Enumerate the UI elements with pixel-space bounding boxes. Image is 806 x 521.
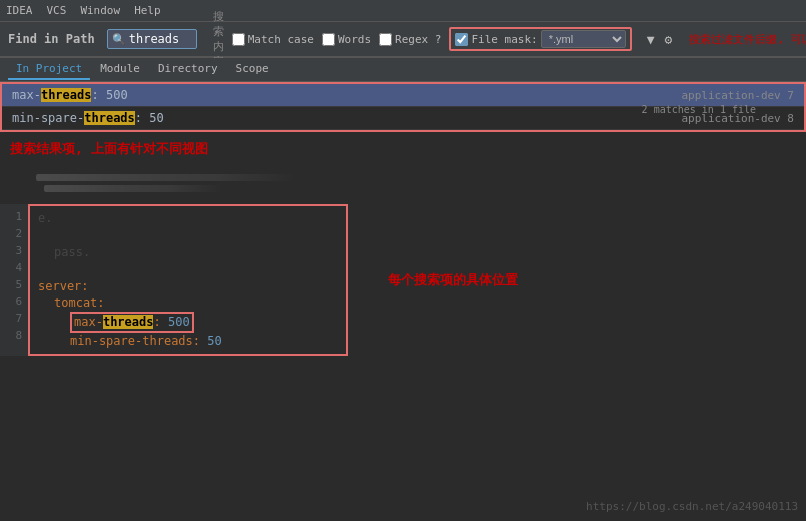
result-highlight-2: threads [84,111,135,125]
tab-scope[interactable]: Scope [228,59,277,80]
line-num-6: 6 [6,293,22,310]
results-annotation: 搜索结果项, 上面有针对不同视图 [10,141,208,156]
result-file-1: application-dev 7 [681,89,794,102]
regex-label: Regex ? [395,33,441,46]
result-suffix-2: : 50 [135,111,164,125]
line-num-8: 8 [6,327,22,344]
line-num-2: 2 [6,225,22,242]
code-preview-area: 1 2 3 4 5 6 7 8 e. [0,204,806,356]
code-line-4 [38,261,338,278]
file-mask-checkbox[interactable] [455,33,468,46]
result-left-2: min-spare-threads: 50 [12,111,164,125]
tabs-row: In Project Module Directory Scope [0,58,806,82]
line-num-1: 1 [6,208,22,225]
menu-idea[interactable]: IDEA [6,4,33,17]
result-left-1: max-threads: 500 [12,88,128,102]
line-num-4: 4 [6,259,22,276]
result-highlight-1: threads [41,88,92,102]
code-line-8: min-spare-threads: 50 [38,333,338,350]
file-mask-option[interactable]: File mask: [455,33,537,46]
code-maxthreads-indent: max-threads: 500 [38,315,194,329]
code-content-box: e. pass. server: [28,204,348,356]
code-line-1: e. [38,210,338,227]
code-line-2 [38,227,338,244]
code-maxthreads-highlight: threads [103,315,154,329]
code-annotation-area: 每个搜索项的具体位置 [348,204,518,356]
content-area: 2 matches in 1 file ✕ In Project Module … [0,58,806,521]
code-minsparethreads-key: min-spare-threads: [70,334,207,348]
top-bar: IDEA VCS Window Help [0,0,806,22]
filter-annotation: 搜索过滤文件后缀, 可以自定义 [689,32,806,47]
regex-option[interactable]: Regex ? [379,33,441,46]
tab-in-project[interactable]: In Project [8,59,90,80]
code-server-key: server: [38,279,89,293]
code-tomcat-key: tomcat: [54,296,105,310]
results-annotation-area: 搜索结果项, 上面有针对不同视图 [0,132,806,166]
search-box[interactable]: 🔍 [107,29,197,49]
code-blur-3: pass. [38,245,90,259]
filter-icon[interactable]: ▼ [644,31,658,48]
find-panel-title: Find in Path [8,32,95,46]
toolbar-icons: ▼ ⚙ [644,31,676,48]
code-line-7: max-threads: 500 [38,312,338,333]
url-watermark: https://blog.csdn.net/a249040113 [586,500,798,513]
code-maxthreads-val: 500 [168,315,190,329]
search-icon: 🔍 [112,33,126,46]
code-blur-1: e. [38,211,52,225]
tab-directory[interactable]: Directory [150,59,226,80]
blurred-editor-lines [0,166,806,200]
matches-info: 2 matches in 1 file [642,104,756,115]
line-numbers: 1 2 3 4 5 6 7 8 [0,204,28,356]
regex-checkbox[interactable] [379,33,392,46]
result-suffix-1: : 500 [91,88,127,102]
line-num-5: 5 [6,276,22,293]
match-case-option[interactable]: Match case [232,33,314,46]
menu-window[interactable]: Window [80,4,120,17]
result-prefix-2: min-spare- [12,111,84,125]
line-num-3: 3 [6,242,22,259]
code-annotation: 每个搜索项的具体位置 [388,271,518,289]
words-option[interactable]: Words [322,33,371,46]
code-line-5: server: [38,278,338,295]
code-tomcat-indent: tomcat: [38,296,105,310]
code-line-3: pass. [38,244,338,261]
match-case-checkbox[interactable] [232,33,245,46]
search-input[interactable] [129,32,189,46]
words-label: Words [338,33,371,46]
file-mask-group: File mask: *.yml *.yaml *.xml *.properti… [449,27,631,51]
tab-module[interactable]: Module [92,59,148,80]
file-mask-select[interactable]: *.yml *.yaml *.xml *.properties [541,30,626,48]
blur-line-1 [36,174,296,181]
code-maxthreads-colon: : [153,315,167,329]
code-maxthreads-key-prefix: max- [74,315,103,329]
code-line-6: tomcat: [38,295,338,312]
menu-help[interactable]: Help [134,4,161,17]
blur-line-2 [44,185,224,192]
code-section: 1 2 3 4 5 6 7 8 e. [0,204,806,356]
words-checkbox[interactable] [322,33,335,46]
match-case-label: Match case [248,33,314,46]
code-maxthreads-box: max-threads: 500 [70,312,194,333]
file-mask-label: File mask: [471,33,537,46]
menu-vcs[interactable]: VCS [47,4,67,17]
line-num-7: 7 [6,310,22,327]
settings-icon[interactable]: ⚙ [661,31,675,48]
find-in-path-panel: Find in Path 🔍 搜索内容 Match case Words Reg… [0,22,806,58]
code-minsparethreads-indent: min-spare-threads: 50 [38,334,222,348]
code-minsparethreads-val: 50 [207,334,221,348]
result-prefix-1: max- [12,88,41,102]
